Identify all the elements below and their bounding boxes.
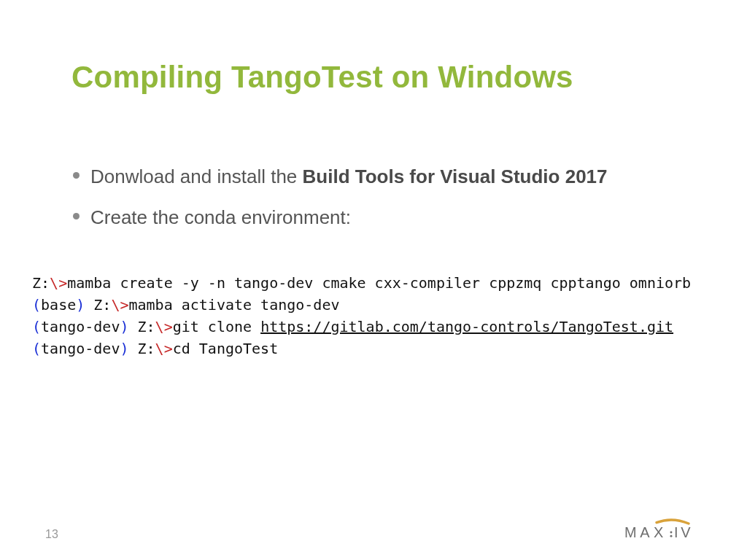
bullet-text: Create the conda environment:: [90, 206, 351, 228]
bullet-bold: Build Tools for Visual Studio 2017: [303, 166, 608, 187]
svg-point-5: [670, 532, 673, 534]
code-block: Z:\>mamba create -y -n tango-dev cmake c…: [32, 272, 681, 359]
maxiv-logo: M A X I V: [624, 518, 712, 544]
prompt-symbol: \>: [155, 318, 173, 335]
svg-point-6: [670, 535, 673, 537]
slide: Compiling TangoTest on Windows Donwload …: [0, 0, 747, 560]
drive-label: Z:: [32, 274, 50, 292]
svg-text:V: V: [681, 524, 691, 540]
page-number: 13: [45, 528, 58, 541]
code-line-2: (base) Z:\>mamba activate tango-dev: [32, 294, 681, 316]
slide-title: Compiling TangoTest on Windows: [71, 60, 681, 95]
env-name: tango-dev: [41, 318, 120, 335]
drive-label: Z:: [138, 318, 155, 335]
drive-label: Z:: [138, 340, 155, 357]
space: [128, 318, 137, 335]
paren-open: (: [32, 318, 41, 335]
svg-text:M: M: [624, 524, 637, 540]
prompt-symbol: \>: [50, 274, 67, 292]
paren-close: ): [120, 340, 128, 357]
command-text: mamba create -y -n tango-dev cmake cxx-c…: [67, 274, 691, 292]
paren-close: ): [76, 296, 85, 314]
command-text: mamba activate tango-dev: [129, 296, 340, 314]
repo-url: https://gitlab.com/tango-controls/TangoT…: [260, 318, 673, 335]
prompt-symbol: \>: [111, 296, 128, 314]
bullet-item-1: Donwload and install the Build Tools for…: [90, 162, 681, 191]
code-line-4: (tango-dev) Z:\>cd TangoTest: [32, 338, 681, 359]
bullet-list: Donwload and install the Build Tools for…: [71, 162, 681, 233]
code-line-3: (tango-dev) Z:\>git clone https://gitlab…: [32, 316, 681, 338]
command-text: git clone: [173, 318, 260, 335]
space: [85, 296, 93, 314]
drive-label: Z:: [93, 296, 111, 314]
paren-open: (: [32, 296, 41, 314]
svg-text:I: I: [674, 524, 678, 540]
space: [128, 340, 137, 357]
env-name: base: [41, 296, 76, 314]
bullet-item-2: Create the conda environment:: [90, 203, 681, 232]
bullet-text: Donwload and install the: [90, 166, 303, 187]
env-name: tango-dev: [41, 340, 120, 357]
paren-open: (: [32, 340, 41, 357]
svg-text:A: A: [640, 524, 650, 540]
maxiv-logo-icon: M A X I V: [624, 518, 712, 544]
svg-text:X: X: [654, 524, 663, 540]
command-text: cd TangoTest: [173, 340, 279, 357]
prompt-symbol: \>: [155, 340, 173, 357]
code-line-1: Z:\>mamba create -y -n tango-dev cmake c…: [32, 272, 681, 294]
paren-close: ): [120, 318, 128, 335]
